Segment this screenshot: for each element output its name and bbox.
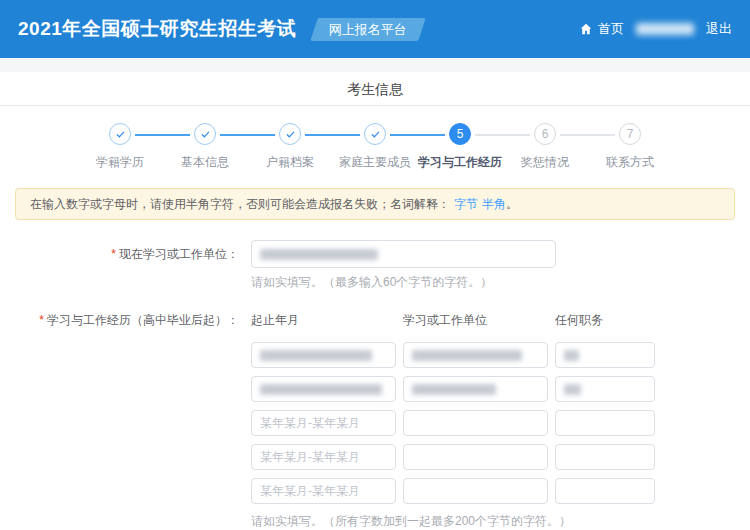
step-label: 奖惩情况 bbox=[503, 154, 588, 171]
stepper: 学籍学历 基本信息 户籍档案 家庭主要成员 5 学习与工作经历 6 奖惩情况 bbox=[0, 106, 750, 171]
step-household-file: 户籍档案 bbox=[248, 123, 333, 171]
period-input[interactable] bbox=[251, 478, 396, 504]
user-name-redacted bbox=[636, 23, 694, 35]
redacted-value bbox=[412, 350, 522, 361]
current-unit-row: *现在学习或工作单位： 请如实填写。（最多输入60个字节的字符。） bbox=[0, 240, 750, 290]
experience-row-4 bbox=[251, 444, 655, 470]
home-icon bbox=[579, 22, 593, 36]
column-header-period: 起止年月 bbox=[251, 306, 396, 334]
step-number: 7 bbox=[619, 123, 641, 145]
app-window: 2021年全国硕士研究生招生考试 网上报名平台 首页 退出 考生信息 学籍 bbox=[0, 0, 750, 530]
period-input[interactable] bbox=[251, 410, 396, 436]
step-label: 家庭主要成员 bbox=[333, 154, 418, 171]
check-icon bbox=[364, 123, 386, 145]
header-branding: 2021年全国硕士研究生招生考试 网上报名平台 bbox=[18, 16, 422, 42]
column-header-position: 任何职务 bbox=[555, 306, 655, 334]
experience-row-3 bbox=[251, 410, 655, 436]
candidate-form: *现在学习或工作单位： 请如实填写。（最多输入60个字节的字符。） *学习与工作… bbox=[0, 240, 750, 530]
period-input[interactable] bbox=[251, 376, 396, 402]
platform-badge: 网上报名平台 bbox=[311, 18, 426, 41]
step-label: 户籍档案 bbox=[248, 154, 333, 171]
step-number: 5 bbox=[449, 123, 471, 145]
period-input[interactable] bbox=[251, 444, 396, 470]
experience-table: 起止年月 学习或工作单位 任何职务 bbox=[251, 306, 655, 530]
redacted-value bbox=[412, 384, 496, 395]
notice-bar: 在输入数字或字母时，请使用半角字符，否则可能会造成报名失败；名词解释：字节半角。 bbox=[15, 188, 735, 220]
home-link[interactable]: 首页 bbox=[579, 20, 624, 38]
check-icon bbox=[279, 123, 301, 145]
unit-input[interactable] bbox=[403, 478, 548, 504]
page-titlebar: 考生信息 bbox=[0, 72, 750, 106]
unit-input[interactable] bbox=[403, 342, 548, 368]
platform-badge-label: 网上报名平台 bbox=[329, 20, 407, 38]
redacted-value bbox=[564, 384, 581, 395]
position-input[interactable] bbox=[555, 410, 655, 436]
step-label: 联系方式 bbox=[588, 154, 673, 171]
link-halfwidth-definition[interactable]: 半角 bbox=[482, 197, 506, 211]
check-icon bbox=[194, 123, 216, 145]
step-label: 学习与工作经历 bbox=[418, 154, 503, 171]
current-unit-hint: 请如实填写。（最多输入60个字节的字符。） bbox=[251, 275, 556, 290]
current-unit-label: *现在学习或工作单位： bbox=[0, 240, 251, 290]
step-number: 6 bbox=[534, 123, 556, 145]
period-input[interactable] bbox=[251, 342, 396, 368]
step-rewards-punishments: 6 奖惩情况 bbox=[503, 123, 588, 171]
redacted-value bbox=[260, 350, 372, 361]
required-mark: * bbox=[39, 313, 44, 327]
site-title: 2021年全国硕士研究生招生考试 bbox=[18, 16, 296, 42]
position-input[interactable] bbox=[555, 342, 655, 368]
required-mark: * bbox=[111, 247, 116, 261]
step-contact-info: 7 联系方式 bbox=[588, 123, 673, 171]
experience-label: *学习与工作经历（高中毕业后起）： bbox=[0, 306, 251, 530]
step-label: 学籍学历 bbox=[78, 154, 163, 171]
notice-suffix: 。 bbox=[506, 197, 518, 211]
step-basic-info: 基本信息 bbox=[163, 123, 248, 171]
step-label: 基本信息 bbox=[163, 154, 248, 171]
unit-input[interactable] bbox=[403, 444, 548, 470]
column-header-unit: 学习或工作单位 bbox=[403, 306, 548, 334]
redacted-value bbox=[260, 384, 382, 395]
redacted-value bbox=[564, 350, 579, 361]
notice-text: 在输入数字或字母时，请使用半角字符，否则可能会造成报名失败；名词解释： bbox=[30, 197, 450, 211]
page-title: 考生信息 bbox=[347, 81, 403, 97]
position-input[interactable] bbox=[555, 478, 655, 504]
experience-section: *学习与工作经历（高中毕业后起）： 起止年月 学习或工作单位 任何职务 bbox=[0, 306, 750, 530]
link-byte-definition[interactable]: 字节 bbox=[454, 197, 478, 211]
redacted-value bbox=[260, 249, 378, 260]
experience-row-2 bbox=[251, 376, 655, 402]
step-family-members: 家庭主要成员 bbox=[333, 123, 418, 171]
experience-hint: 请如实填写。（所有字数加到一起最多200个字节的字符。） bbox=[251, 514, 655, 529]
home-link-label: 首页 bbox=[598, 20, 624, 38]
logout-link[interactable]: 退出 bbox=[706, 20, 732, 38]
position-input[interactable] bbox=[555, 444, 655, 470]
top-header: 2021年全国硕士研究生招生考试 网上报名平台 首页 退出 bbox=[0, 0, 750, 58]
current-unit-input[interactable] bbox=[251, 240, 556, 268]
experience-row-5 bbox=[251, 478, 655, 504]
unit-input[interactable] bbox=[403, 410, 548, 436]
check-icon bbox=[109, 123, 131, 145]
page-background-strip bbox=[0, 58, 750, 72]
experience-column-headers: 起止年月 学习或工作单位 任何职务 bbox=[251, 306, 655, 334]
experience-row-1 bbox=[251, 342, 655, 368]
header-nav: 首页 退出 bbox=[579, 20, 732, 38]
position-input[interactable] bbox=[555, 376, 655, 402]
step-study-work-experience: 5 学习与工作经历 bbox=[418, 123, 503, 171]
unit-input[interactable] bbox=[403, 376, 548, 402]
current-unit-control: 请如实填写。（最多输入60个字节的字符。） bbox=[251, 240, 556, 290]
step-education-status: 学籍学历 bbox=[78, 123, 163, 171]
